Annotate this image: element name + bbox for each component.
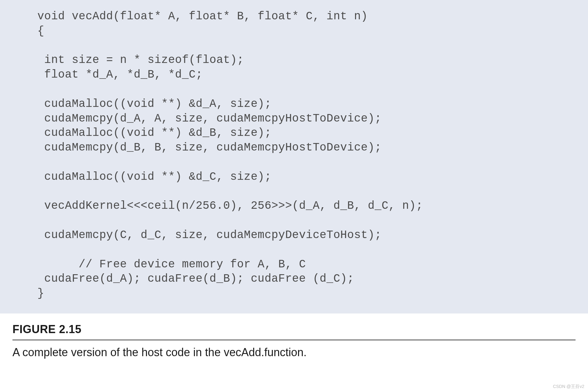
- code-line: cudaMalloc((void **) &d_B, size);: [37, 127, 272, 139]
- code-line: cudaMemcpy(d_B, B, size, cudaMemcpyHostT…: [37, 141, 382, 154]
- code-line: }: [37, 287, 44, 300]
- code-line: cudaMalloc((void **) &d_A, size);: [37, 98, 272, 110]
- code-line: vecAddKernel<<<ceil(n/256.0), 256>>>(d_A…: [37, 199, 423, 212]
- code-line: int size = n * sizeof(float);: [37, 54, 244, 66]
- code-line: cudaMemcpy(C, d_C, size, cudaMemcpyDevic…: [37, 229, 382, 241]
- code-line: cudaMemcpy(d_A, A, size, cudaMemcpyHostT…: [37, 112, 382, 125]
- code-line: cudaMalloc((void **) &d_C, size);: [37, 170, 272, 183]
- code-line: void vecAdd(float* A, float* B, float* C…: [37, 10, 368, 23]
- code-line: float *d_A, *d_B, *d_C;: [37, 68, 202, 81]
- figure-caption: A complete version of the host code in t…: [0, 340, 588, 368]
- figure-label: FIGURE 2.15: [0, 313, 588, 340]
- code-block: void vecAdd(float* A, float* B, float* C…: [0, 0, 588, 313]
- code-line: // Free device memory for A, B, C: [37, 258, 306, 271]
- code-line: {: [37, 25, 44, 37]
- code-line: cudaFree(d_A); cudaFree(d_B); cudaFree (…: [37, 272, 354, 285]
- watermark: CSDN @王芬v2: [553, 384, 584, 390]
